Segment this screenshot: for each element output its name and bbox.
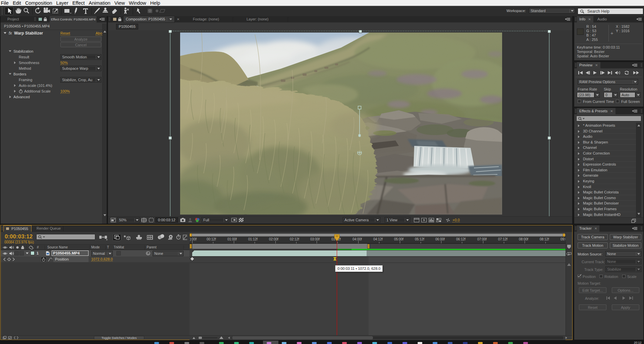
svg-text:01:00f: 01:00f [227,237,237,241]
svg-text:07:12f: 07:12f [498,237,507,241]
svg-text:05:00f: 05:00f [394,237,404,241]
svg-text:07:00f: 07:00f [477,237,487,241]
svg-text:02:00f: 02:00f [269,237,278,241]
svg-text:05:12f: 05:12f [415,237,424,241]
svg-text:02:12f: 02:12f [290,237,299,241]
svg-text:06:00f: 06:00f [435,237,445,241]
svg-text:04:12f: 04:12f [373,237,383,241]
svg-text:01:12f: 01:12f [248,237,258,241]
svg-text:08:00f: 08:00f [519,237,528,241]
svg-text:04:00f: 04:00f [353,237,362,241]
svg-text:06:12f: 06:12f [456,237,466,241]
svg-text:08:12f: 08:12f [540,237,549,241]
svg-text:):00f: ):00f [190,237,197,241]
svg-text:03:00f: 03:00f [310,237,320,241]
svg-text:00:12f: 00:12f [207,237,216,241]
svg-text:09:0: 09:0 [560,237,566,241]
